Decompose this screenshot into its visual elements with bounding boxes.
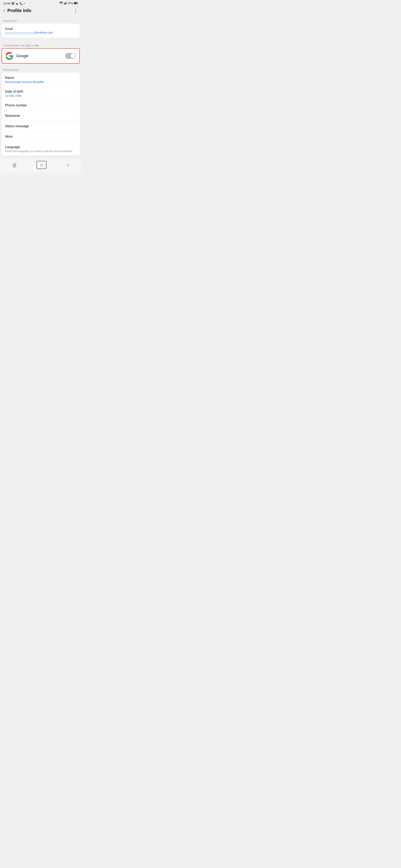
google-row[interactable]: Google (2, 49, 79, 63)
email-row[interactable]: Email ——————————@outlook.com (2, 24, 80, 37)
sign-in-accounts-label: Accounts you can sign in with (0, 41, 82, 48)
phone-row[interactable]: Phone number (2, 100, 80, 111)
back-nav-button[interactable]: ‹ (62, 161, 74, 169)
status-message-label: Status message (5, 124, 77, 128)
home-button[interactable]: ○ (36, 161, 47, 169)
svg-rect-5 (78, 2, 78, 4)
header-left: ‹ Profile info (3, 8, 31, 13)
header: ‹ Profile info ⋮ (0, 6, 82, 16)
status-right: 87% (59, 2, 78, 5)
status-bar: 12:44 🖼 ☁ 📞 • 87% (0, 0, 82, 6)
language-label: Language (5, 145, 77, 149)
google-icon (5, 52, 13, 60)
dob-value: 12 Feb 1999 (5, 94, 77, 97)
google-toggle[interactable] (65, 53, 76, 59)
svg-rect-3 (66, 2, 67, 4)
bottom-nav: ||| ○ ‹ (0, 158, 82, 173)
page-title: Profile info (7, 8, 31, 13)
more-options-button[interactable]: ⋮ (73, 8, 78, 13)
name-row[interactable]: Name Mohammad Hossein Moeidfar (2, 72, 80, 86)
svg-rect-6 (74, 2, 77, 4)
email-domain: @outlook.com (34, 31, 53, 34)
email-field-label: Email (5, 27, 77, 30)
status-left: 12:44 🖼 ☁ 📞 • (3, 2, 25, 5)
battery-text: 87% (68, 2, 73, 5)
dob-label: Date of birth (5, 90, 77, 93)
photo-icon: 🖼 (11, 2, 14, 5)
work-row[interactable]: Work (2, 131, 80, 142)
wifi-icon (59, 2, 63, 5)
email-prefix: —————————— (5, 31, 34, 34)
cloud-icon: ☁ (16, 2, 18, 5)
svg-rect-1 (65, 3, 65, 4)
dob-row[interactable]: Date of birth 12 Feb 1999 (2, 86, 80, 100)
spacer-2 (0, 64, 82, 65)
status-message-row[interactable]: Status message (2, 121, 80, 131)
name-label: Name (5, 76, 77, 80)
svg-rect-2 (65, 2, 66, 4)
google-card: Google (2, 48, 80, 64)
spacer-1 (0, 39, 82, 41)
google-label: Google (16, 54, 28, 58)
google-left: Google (5, 52, 28, 60)
name-value: Mohammad Hossein Moeidfar (5, 80, 77, 84)
phone-icon: 📞 (20, 2, 23, 5)
status-time: 12:44 (3, 2, 10, 5)
email-card: Email ——————————@outlook.com (2, 24, 80, 37)
personal-info-card: Name Mohammad Hossein Moeidfar Date of b… (2, 72, 80, 155)
phone-label: Phone number (5, 103, 77, 107)
nickname-label: Nickname (5, 114, 77, 118)
battery-icon (74, 2, 78, 5)
work-label: Work (5, 135, 77, 138)
signal-icon (64, 2, 67, 5)
language-hint: Select the language you want to use for … (5, 150, 77, 153)
email-value: ——————————@outlook.com (5, 31, 77, 34)
account-id-label: Account ID (0, 16, 82, 24)
svg-rect-0 (64, 3, 64, 4)
nickname-row[interactable]: Nickname (2, 111, 80, 121)
personal-info-label: Personal info (0, 65, 82, 72)
back-button[interactable]: ‹ (3, 8, 5, 13)
dot-icon: • (24, 2, 25, 5)
recents-button[interactable]: ||| (8, 161, 21, 168)
language-row[interactable]: Language Select the language you want to… (2, 142, 80, 155)
toggle-knob (70, 54, 76, 58)
